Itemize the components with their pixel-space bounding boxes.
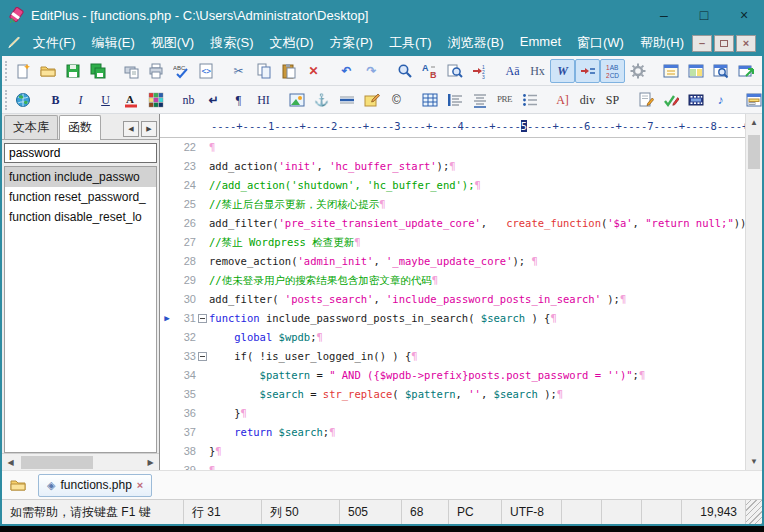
- color-palette-button[interactable]: [143, 88, 168, 112]
- code-editor[interactable]: ----+----1----+----2----+----3----+----4…: [160, 114, 745, 470]
- preferences-button[interactable]: [625, 59, 650, 83]
- mdi-restore-button[interactable]: [714, 35, 734, 52]
- insert-movie-button[interactable]: [683, 88, 708, 112]
- save-all-button[interactable]: [85, 59, 110, 83]
- toolbar-grip[interactable]: [5, 61, 7, 81]
- html-source-button[interactable]: [193, 59, 218, 83]
- mdi-minimize-button[interactable]: –: [692, 35, 712, 52]
- browser-button[interactable]: [10, 88, 35, 112]
- browser-preview-button[interactable]: [708, 59, 733, 83]
- code-line-39[interactable]: 39¶: [160, 461, 745, 470]
- maximize-button[interactable]: □: [684, 0, 724, 30]
- font-color-button[interactable]: [118, 88, 143, 112]
- insert-sound-button[interactable]: ♪: [708, 88, 733, 112]
- undo-button[interactable]: ↶: [334, 59, 359, 83]
- code-line-26[interactable]: 26add_filter('pre_site_transient_update_…: [160, 214, 745, 233]
- line-numbers-button[interactable]: [600, 59, 625, 83]
- copy-button[interactable]: [251, 59, 276, 83]
- check-script-button[interactable]: [658, 88, 683, 112]
- form-field-button[interactable]: [741, 88, 764, 112]
- heading-tag-button[interactable]: HI: [251, 88, 276, 112]
- sidebar-tab-scroll-left[interactable]: ◀: [123, 121, 139, 137]
- code-line-24[interactable]: 24//add_action('shutdown', 'hc_buffer_en…: [160, 176, 745, 195]
- menu-文件f[interactable]: 文件(F): [25, 31, 84, 55]
- print-button[interactable]: [143, 59, 168, 83]
- special-character-button[interactable]: ©: [384, 88, 409, 112]
- span-tag-button[interactable]: SP: [600, 88, 625, 112]
- align-center-button[interactable]: [467, 88, 492, 112]
- window-tile-button[interactable]: [683, 59, 708, 83]
- hex-viewer-button[interactable]: Hx: [525, 59, 550, 83]
- new-document-button[interactable]: [10, 59, 35, 83]
- code-line-32[interactable]: 32 global $wpdb;¶: [160, 328, 745, 347]
- print-preview-button[interactable]: [118, 59, 143, 83]
- cut-button[interactable]: ✂: [226, 59, 251, 83]
- paste-button[interactable]: [276, 59, 301, 83]
- auto-indent-button[interactable]: [575, 59, 600, 83]
- insert-image-button[interactable]: [284, 88, 309, 112]
- code-line-33[interactable]: 33 if( !is_user_logged_in() ) {¶: [160, 347, 745, 366]
- word-wrap-button[interactable]: W: [550, 59, 575, 83]
- code-line-38[interactable]: 38}¶: [160, 442, 745, 461]
- open-file-button[interactable]: [35, 59, 60, 83]
- sidebar-tab-函数[interactable]: 函数: [59, 115, 101, 140]
- scroll-up-icon[interactable]: ▲: [746, 114, 762, 131]
- line-break-button[interactable]: ↵: [201, 88, 226, 112]
- spell-check-button[interactable]: [168, 59, 193, 83]
- scroll-left-icon[interactable]: ◀: [2, 454, 19, 471]
- scrollbar-thumb[interactable]: [748, 135, 760, 169]
- close-button[interactable]: ×: [724, 0, 764, 30]
- menu-emmet[interactable]: Emmet: [512, 31, 569, 55]
- menu-搜索s[interactable]: 搜索(S): [202, 31, 261, 55]
- go-to-line-button[interactable]: [467, 59, 492, 83]
- code-line-23[interactable]: 23add_action('init', 'hc_buffer_start');…: [160, 157, 745, 176]
- document-selector-button[interactable]: [658, 59, 683, 83]
- function-search-input[interactable]: [4, 143, 157, 163]
- code-line-34[interactable]: 34 $pattern = " AND ({$wpdb->prefix}post…: [160, 366, 745, 385]
- mdi-close-button[interactable]: ×: [736, 35, 756, 52]
- find-button[interactable]: [392, 59, 417, 83]
- tab-close-icon[interactable]: ×: [137, 479, 143, 491]
- toolbar-grip[interactable]: [5, 90, 7, 110]
- bold-button[interactable]: B: [43, 88, 68, 112]
- directory-button[interactable]: [6, 474, 30, 496]
- font-button[interactable]: Aā: [500, 59, 525, 83]
- scroll-right-icon[interactable]: ▶: [142, 454, 159, 471]
- code-line-29[interactable]: 29//使未登录用户的搜索结果包含加密文章的代码¶: [160, 271, 745, 290]
- align-left-button[interactable]: [442, 88, 467, 112]
- menu-窗口w[interactable]: 窗口(W): [569, 31, 632, 55]
- sidebar-tab-scroll-right[interactable]: ▶: [141, 121, 157, 137]
- ordered-list-button[interactable]: [517, 88, 542, 112]
- code-line-22[interactable]: 22¶: [160, 138, 745, 157]
- delete-button[interactable]: ✕: [301, 59, 326, 83]
- save-button[interactable]: [60, 59, 85, 83]
- function-list-item[interactable]: function reset_password_: [5, 187, 156, 207]
- code-line-28[interactable]: 28remove_action('admin_init', '_maybe_up…: [160, 252, 745, 271]
- code-line-37[interactable]: 37 return $search;¶: [160, 423, 745, 442]
- code-line-27[interactable]: 27//禁止 Wordpress 检查更新¶: [160, 233, 745, 252]
- menu-视图v[interactable]: 视图(V): [143, 31, 202, 55]
- edit-script-button[interactable]: [633, 88, 658, 112]
- compose-mail-button[interactable]: [359, 88, 384, 112]
- menu-工具t[interactable]: 工具(T): [381, 31, 440, 55]
- menu-浏览器b[interactable]: 浏览器(B): [440, 31, 512, 55]
- sidebar-horizontal-scrollbar[interactable]: ◀ ▶: [2, 453, 159, 470]
- menu-方案p[interactable]: 方案(P): [322, 31, 381, 55]
- anchor-button[interactable]: ⚓: [309, 88, 334, 112]
- function-list-item[interactable]: function include_passwo: [5, 167, 156, 187]
- preformatted-tag-button[interactable]: PRE: [492, 88, 517, 112]
- code-line-25[interactable]: 25//禁止后台显示更新，关闭核心提示¶: [160, 195, 745, 214]
- italic-button[interactable]: I: [68, 88, 93, 112]
- named-anchor-button[interactable]: A]: [550, 88, 575, 112]
- minimize-button[interactable]: –: [644, 0, 684, 30]
- vertical-scrollbar[interactable]: ▲ ▼: [745, 114, 762, 470]
- insert-table-button[interactable]: [417, 88, 442, 112]
- underline-button[interactable]: U: [93, 88, 118, 112]
- replace-button[interactable]: [417, 59, 442, 83]
- scrollbar-thumb[interactable]: [21, 456, 93, 469]
- code-line-31[interactable]: ▶31function include_password_posts_in_se…: [160, 309, 745, 328]
- resize-grip[interactable]: [746, 500, 762, 524]
- non-breaking-space-button[interactable]: nb: [176, 88, 201, 112]
- new-window-button[interactable]: [733, 59, 758, 83]
- horizontal-rule-button[interactable]: [334, 88, 359, 112]
